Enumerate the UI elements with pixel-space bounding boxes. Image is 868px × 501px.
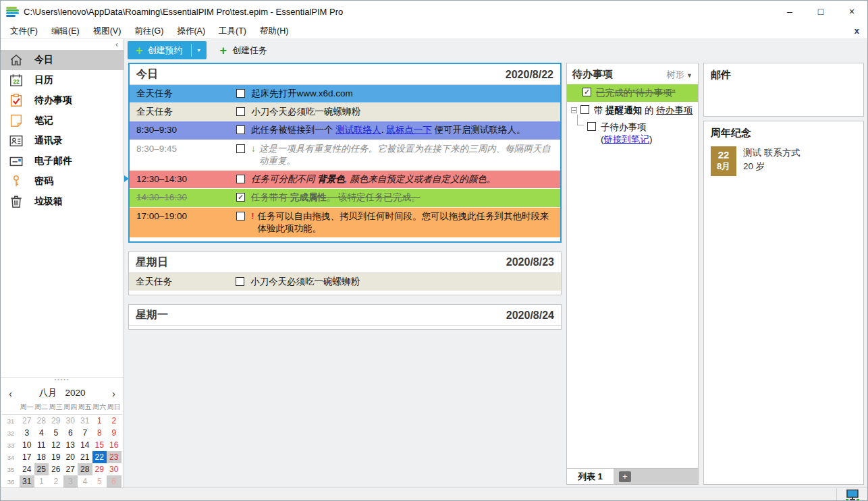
calendar-day[interactable]: 3 xyxy=(63,475,78,488)
todo-checkbox[interactable]: ✓ xyxy=(582,88,591,96)
calendar-day[interactable]: 1 xyxy=(92,415,107,427)
task-row[interactable]: 8:30–9:45↓这是一项具有重复性的任务。它被设置为在接下来的三周内、每隔两… xyxy=(130,140,560,171)
calendar-day[interactable]: 7 xyxy=(78,427,92,439)
calendar-day[interactable]: 19 xyxy=(49,451,63,463)
todo-item[interactable]: 子待办事项(链接到笔记) xyxy=(583,119,698,148)
todo-tab-bar: 列表 1 + xyxy=(567,468,698,484)
calendar-day[interactable]: 28 xyxy=(78,463,92,475)
add-list-button[interactable]: + xyxy=(619,471,631,482)
todo-list-tab[interactable]: 列表 1 xyxy=(567,469,614,484)
task-checkbox[interactable] xyxy=(236,212,245,220)
calendar-day[interactable]: 25 xyxy=(34,463,49,475)
calendar-day[interactable]: 10 xyxy=(20,439,34,451)
calendar-day[interactable]: 26 xyxy=(49,463,63,475)
calendar-day[interactable]: 13 xyxy=(63,439,78,451)
calendar-day[interactable]: 15 xyxy=(92,439,107,451)
todo-checkbox[interactable] xyxy=(580,105,589,114)
calendar-day[interactable]: 31 xyxy=(78,415,92,427)
toolbar-close-icon[interactable]: x xyxy=(855,26,859,36)
task-row[interactable]: 全天任务小刀今天必须吃一碗螺蛳粉 xyxy=(129,273,561,291)
close-button[interactable]: × xyxy=(836,1,867,22)
task-row[interactable]: 8:30–9:30此任务被链接到一个 测试联络人. 鼠标点一下 便可开启测试联络… xyxy=(130,121,560,140)
calendar-day[interactable]: 5 xyxy=(49,427,63,439)
calendar-day[interactable]: 30 xyxy=(107,463,121,475)
task-row[interactable]: 全天任务小刀今天必须吃一碗螺蛳粉 xyxy=(130,103,560,121)
calendar-day[interactable]: 24 xyxy=(20,463,34,475)
new-task-button[interactable]: + 创建任务 xyxy=(215,41,273,59)
sidebar-item-电子邮件[interactable]: 电子邮件 xyxy=(1,151,124,171)
sidebar-item-待办事项[interactable]: 待办事项 xyxy=(1,90,124,111)
calendar-day[interactable]: 3 xyxy=(20,427,34,439)
calendar-day[interactable]: 9 xyxy=(107,427,121,439)
calendar-splitter[interactable]: ••••• xyxy=(1,377,124,384)
tree-collapse-icon[interactable] xyxy=(571,107,577,113)
calendar-day[interactable]: 27 xyxy=(20,415,34,427)
menu-编辑(E)[interactable]: 编辑(E) xyxy=(45,24,86,38)
menu-操作(A)[interactable]: 操作(A) xyxy=(170,24,212,38)
link[interactable]: 测试联络人 xyxy=(335,125,381,135)
calendar-day[interactable]: 8 xyxy=(92,427,107,439)
calendar-day[interactable]: 22 xyxy=(92,451,107,463)
task-row[interactable]: 全天任务起床先打开www.x6d.com xyxy=(130,85,560,103)
calendar-day[interactable]: 29 xyxy=(92,463,107,475)
sidebar-item-今日[interactable]: 今日 xyxy=(1,50,124,70)
calendar-day[interactable]: 6 xyxy=(63,427,78,439)
calendar-day[interactable]: 4 xyxy=(78,475,92,488)
sidebar-collapse-icon[interactable]: ‹ xyxy=(115,40,118,49)
todo-view-dropdown[interactable]: 树形 ▼ xyxy=(666,69,693,81)
menu-文件(F)[interactable]: 文件(F) xyxy=(3,24,45,38)
anniversary-entry[interactable]: 228月测试 联系方式20 岁 xyxy=(711,146,857,176)
calendar-day[interactable]: 16 xyxy=(107,439,121,451)
calendar-day[interactable]: 4 xyxy=(34,427,49,439)
calendar-day[interactable]: 29 xyxy=(49,415,63,427)
calendar-next-icon[interactable]: › xyxy=(105,388,115,399)
link[interactable]: 鼠标点一下 xyxy=(386,125,432,135)
sidebar-item-垃圾箱[interactable]: 垃圾箱 xyxy=(1,191,124,212)
task-checkbox[interactable] xyxy=(236,107,245,116)
minimize-button[interactable]: – xyxy=(774,1,805,22)
sidebar-item-笔记[interactable]: 笔记 xyxy=(1,111,124,131)
task-row[interactable]: 14:30–16:30✓任务带有 完成属性。 该特定任务已完成。 xyxy=(130,189,560,207)
task-row[interactable]: 12:30–14:30任务可分配不同 背景色, 颜色来自预定义或者自定义的颜色。 xyxy=(130,171,560,189)
menu-视图(V)[interactable]: 视图(V) xyxy=(86,24,128,38)
calendar-day[interactable]: 14 xyxy=(78,439,92,451)
sidebar-item-通讯录[interactable]: 通讯录 xyxy=(1,131,124,151)
task-checkbox[interactable] xyxy=(236,175,245,183)
task-checkbox[interactable] xyxy=(236,144,245,153)
calendar-day[interactable]: 27 xyxy=(63,463,78,475)
calendar-day[interactable]: 2 xyxy=(49,475,63,488)
menu-工具(T)[interactable]: 工具(T) xyxy=(212,24,253,38)
new-appointment-button[interactable]: + 创建预约 ▼ xyxy=(128,41,207,59)
calendar-day[interactable]: 30 xyxy=(63,415,78,427)
calendar-day[interactable]: 6 xyxy=(107,475,121,488)
new-appointment-dropdown[interactable]: ▼ xyxy=(192,41,207,59)
task-checkbox[interactable]: ✓ xyxy=(236,193,245,202)
calendar-day[interactable]: 17 xyxy=(20,451,34,463)
calendar-day[interactable]: 2 xyxy=(107,415,121,427)
calendar-day[interactable]: 21 xyxy=(78,451,92,463)
todo-item[interactable]: 带 提醒通知 的 待办事项 xyxy=(567,102,698,119)
calendar-day[interactable]: 5 xyxy=(92,475,107,488)
link[interactable]: 链接到笔记 xyxy=(604,134,650,144)
sidebar-item-密码[interactable]: 密码 xyxy=(1,171,124,191)
menu-帮助(H)[interactable]: 帮助(H) xyxy=(253,24,295,38)
task-checkbox[interactable] xyxy=(236,89,245,98)
calendar-day[interactable]: 28 xyxy=(34,415,49,427)
task-row[interactable]: 17:00–19:00!任务可以自由拖拽、拷贝到任何时间段。您可以拖拽此任务到其… xyxy=(130,208,560,238)
sidebar-item-日历[interactable]: 22日历 xyxy=(1,70,124,90)
calendar-prev-icon[interactable]: ‹ xyxy=(9,388,20,399)
calendar-day[interactable]: 12 xyxy=(49,439,63,451)
task-checkbox[interactable] xyxy=(236,277,244,286)
menu-前往(G)[interactable]: 前往(G) xyxy=(128,24,170,38)
maximize-button[interactable]: □ xyxy=(805,1,836,22)
network-status-icon[interactable] xyxy=(836,488,867,501)
calendar-day[interactable]: 18 xyxy=(34,451,49,463)
calendar-day[interactable]: 31 xyxy=(20,475,34,488)
calendar-day[interactable]: 1 xyxy=(34,475,49,488)
todo-checkbox[interactable] xyxy=(587,122,596,131)
task-checkbox[interactable] xyxy=(236,125,245,134)
calendar-day[interactable]: 23 xyxy=(107,451,121,463)
calendar-day[interactable]: 20 xyxy=(63,451,78,463)
todo-item[interactable]: ✓已完成的"待办事项" xyxy=(567,84,698,102)
calendar-day[interactable]: 11 xyxy=(34,439,49,451)
